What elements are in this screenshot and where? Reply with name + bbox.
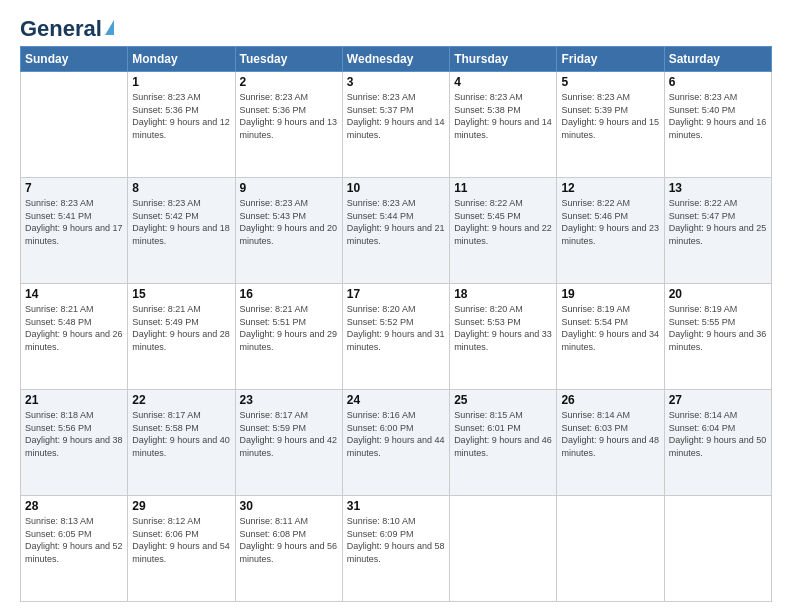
day-number: 19 xyxy=(561,287,659,301)
calendar-cell: 1Sunrise: 8:23 AMSunset: 5:36 PMDaylight… xyxy=(128,72,235,178)
calendar-cell: 12Sunrise: 8:22 AMSunset: 5:46 PMDayligh… xyxy=(557,178,664,284)
calendar-cell: 25Sunrise: 8:15 AMSunset: 6:01 PMDayligh… xyxy=(450,390,557,496)
day-number: 14 xyxy=(25,287,123,301)
day-info: Sunrise: 8:23 AMSunset: 5:36 PMDaylight:… xyxy=(240,91,338,141)
day-number: 23 xyxy=(240,393,338,407)
day-number: 28 xyxy=(25,499,123,513)
day-number: 26 xyxy=(561,393,659,407)
day-header-friday: Friday xyxy=(557,47,664,72)
calendar-cell: 17Sunrise: 8:20 AMSunset: 5:52 PMDayligh… xyxy=(342,284,449,390)
day-info: Sunrise: 8:17 AMSunset: 5:59 PMDaylight:… xyxy=(240,409,338,459)
calendar-cell: 20Sunrise: 8:19 AMSunset: 5:55 PMDayligh… xyxy=(664,284,771,390)
calendar-cell: 31Sunrise: 8:10 AMSunset: 6:09 PMDayligh… xyxy=(342,496,449,602)
day-info: Sunrise: 8:16 AMSunset: 6:00 PMDaylight:… xyxy=(347,409,445,459)
calendar-cell: 4Sunrise: 8:23 AMSunset: 5:38 PMDaylight… xyxy=(450,72,557,178)
day-info: Sunrise: 8:23 AMSunset: 5:44 PMDaylight:… xyxy=(347,197,445,247)
day-number: 24 xyxy=(347,393,445,407)
week-row-5: 28Sunrise: 8:13 AMSunset: 6:05 PMDayligh… xyxy=(21,496,772,602)
logo: General xyxy=(20,16,114,38)
day-info: Sunrise: 8:23 AMSunset: 5:36 PMDaylight:… xyxy=(132,91,230,141)
day-info: Sunrise: 8:18 AMSunset: 5:56 PMDaylight:… xyxy=(25,409,123,459)
calendar-cell: 5Sunrise: 8:23 AMSunset: 5:39 PMDaylight… xyxy=(557,72,664,178)
day-header-sunday: Sunday xyxy=(21,47,128,72)
day-info: Sunrise: 8:22 AMSunset: 5:46 PMDaylight:… xyxy=(561,197,659,247)
day-number: 11 xyxy=(454,181,552,195)
week-row-3: 14Sunrise: 8:21 AMSunset: 5:48 PMDayligh… xyxy=(21,284,772,390)
calendar-cell: 28Sunrise: 8:13 AMSunset: 6:05 PMDayligh… xyxy=(21,496,128,602)
day-number: 21 xyxy=(25,393,123,407)
day-info: Sunrise: 8:20 AMSunset: 5:53 PMDaylight:… xyxy=(454,303,552,353)
day-info: Sunrise: 8:14 AMSunset: 6:04 PMDaylight:… xyxy=(669,409,767,459)
day-info: Sunrise: 8:21 AMSunset: 5:48 PMDaylight:… xyxy=(25,303,123,353)
day-info: Sunrise: 8:20 AMSunset: 5:52 PMDaylight:… xyxy=(347,303,445,353)
day-number: 29 xyxy=(132,499,230,513)
day-info: Sunrise: 8:15 AMSunset: 6:01 PMDaylight:… xyxy=(454,409,552,459)
day-header-tuesday: Tuesday xyxy=(235,47,342,72)
page: General SundayMondayTuesdayWednesdayThur… xyxy=(0,0,792,612)
day-info: Sunrise: 8:22 AMSunset: 5:47 PMDaylight:… xyxy=(669,197,767,247)
day-info: Sunrise: 8:23 AMSunset: 5:42 PMDaylight:… xyxy=(132,197,230,247)
day-header-saturday: Saturday xyxy=(664,47,771,72)
calendar-cell: 6Sunrise: 8:23 AMSunset: 5:40 PMDaylight… xyxy=(664,72,771,178)
day-number: 3 xyxy=(347,75,445,89)
day-number: 9 xyxy=(240,181,338,195)
logo-general: General xyxy=(20,16,102,42)
day-header-wednesday: Wednesday xyxy=(342,47,449,72)
day-number: 17 xyxy=(347,287,445,301)
header: General xyxy=(20,16,772,38)
day-number: 22 xyxy=(132,393,230,407)
calendar-cell: 8Sunrise: 8:23 AMSunset: 5:42 PMDaylight… xyxy=(128,178,235,284)
day-info: Sunrise: 8:23 AMSunset: 5:38 PMDaylight:… xyxy=(454,91,552,141)
calendar-cell: 15Sunrise: 8:21 AMSunset: 5:49 PMDayligh… xyxy=(128,284,235,390)
day-number: 13 xyxy=(669,181,767,195)
day-info: Sunrise: 8:14 AMSunset: 6:03 PMDaylight:… xyxy=(561,409,659,459)
calendar-cell: 24Sunrise: 8:16 AMSunset: 6:00 PMDayligh… xyxy=(342,390,449,496)
day-info: Sunrise: 8:23 AMSunset: 5:41 PMDaylight:… xyxy=(25,197,123,247)
day-info: Sunrise: 8:19 AMSunset: 5:54 PMDaylight:… xyxy=(561,303,659,353)
day-number: 31 xyxy=(347,499,445,513)
calendar-cell: 23Sunrise: 8:17 AMSunset: 5:59 PMDayligh… xyxy=(235,390,342,496)
week-row-2: 7Sunrise: 8:23 AMSunset: 5:41 PMDaylight… xyxy=(21,178,772,284)
week-row-4: 21Sunrise: 8:18 AMSunset: 5:56 PMDayligh… xyxy=(21,390,772,496)
day-info: Sunrise: 8:13 AMSunset: 6:05 PMDaylight:… xyxy=(25,515,123,565)
day-number: 1 xyxy=(132,75,230,89)
calendar-cell: 22Sunrise: 8:17 AMSunset: 5:58 PMDayligh… xyxy=(128,390,235,496)
calendar-cell: 9Sunrise: 8:23 AMSunset: 5:43 PMDaylight… xyxy=(235,178,342,284)
day-number: 18 xyxy=(454,287,552,301)
day-info: Sunrise: 8:17 AMSunset: 5:58 PMDaylight:… xyxy=(132,409,230,459)
day-number: 8 xyxy=(132,181,230,195)
day-number: 27 xyxy=(669,393,767,407)
day-number: 12 xyxy=(561,181,659,195)
day-number: 10 xyxy=(347,181,445,195)
logo-triangle-icon xyxy=(105,20,114,35)
calendar-cell: 14Sunrise: 8:21 AMSunset: 5:48 PMDayligh… xyxy=(21,284,128,390)
day-info: Sunrise: 8:23 AMSunset: 5:40 PMDaylight:… xyxy=(669,91,767,141)
day-number: 6 xyxy=(669,75,767,89)
calendar-cell: 2Sunrise: 8:23 AMSunset: 5:36 PMDaylight… xyxy=(235,72,342,178)
day-info: Sunrise: 8:21 AMSunset: 5:49 PMDaylight:… xyxy=(132,303,230,353)
calendar-cell xyxy=(21,72,128,178)
calendar-cell xyxy=(664,496,771,602)
day-info: Sunrise: 8:11 AMSunset: 6:08 PMDaylight:… xyxy=(240,515,338,565)
calendar-cell xyxy=(557,496,664,602)
calendar-cell: 18Sunrise: 8:20 AMSunset: 5:53 PMDayligh… xyxy=(450,284,557,390)
day-info: Sunrise: 8:12 AMSunset: 6:06 PMDaylight:… xyxy=(132,515,230,565)
day-header-monday: Monday xyxy=(128,47,235,72)
day-number: 16 xyxy=(240,287,338,301)
day-header-thursday: Thursday xyxy=(450,47,557,72)
day-number: 20 xyxy=(669,287,767,301)
day-number: 30 xyxy=(240,499,338,513)
calendar-cell: 27Sunrise: 8:14 AMSunset: 6:04 PMDayligh… xyxy=(664,390,771,496)
calendar-cell: 7Sunrise: 8:23 AMSunset: 5:41 PMDaylight… xyxy=(21,178,128,284)
day-info: Sunrise: 8:23 AMSunset: 5:39 PMDaylight:… xyxy=(561,91,659,141)
calendar-cell: 13Sunrise: 8:22 AMSunset: 5:47 PMDayligh… xyxy=(664,178,771,284)
day-info: Sunrise: 8:23 AMSunset: 5:43 PMDaylight:… xyxy=(240,197,338,247)
calendar-cell: 29Sunrise: 8:12 AMSunset: 6:06 PMDayligh… xyxy=(128,496,235,602)
day-info: Sunrise: 8:10 AMSunset: 6:09 PMDaylight:… xyxy=(347,515,445,565)
day-number: 15 xyxy=(132,287,230,301)
day-info: Sunrise: 8:23 AMSunset: 5:37 PMDaylight:… xyxy=(347,91,445,141)
day-info: Sunrise: 8:19 AMSunset: 5:55 PMDaylight:… xyxy=(669,303,767,353)
calendar-cell: 19Sunrise: 8:19 AMSunset: 5:54 PMDayligh… xyxy=(557,284,664,390)
calendar-cell: 30Sunrise: 8:11 AMSunset: 6:08 PMDayligh… xyxy=(235,496,342,602)
calendar-table: SundayMondayTuesdayWednesdayThursdayFrid… xyxy=(20,46,772,602)
